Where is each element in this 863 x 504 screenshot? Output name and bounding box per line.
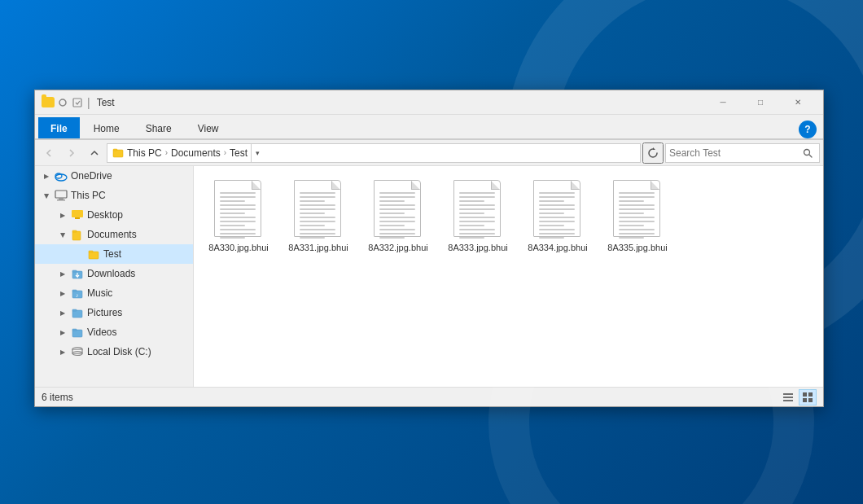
window-controls: ─ □ ✕: [704, 90, 817, 115]
svg-rect-33: [808, 392, 813, 397]
sidebar-label-documents: Documents: [87, 229, 137, 240]
svg-rect-15: [89, 252, 99, 259]
search-box[interactable]: [665, 143, 820, 163]
pin-icon: [56, 96, 69, 109]
file-item-2[interactable]: 8A332.jpg.bhui: [361, 174, 435, 259]
up-button[interactable]: [84, 142, 105, 164]
desktop-icon: [71, 208, 84, 221]
thispc-icon: [55, 189, 68, 202]
file-item-1[interactable]: 8A331.jpg.bhui: [282, 174, 355, 259]
file-item-3[interactable]: 8A333.jpg.bhui: [441, 174, 515, 259]
forward-button[interactable]: [61, 142, 82, 164]
back-button[interactable]: [38, 142, 59, 164]
sidebar-item-downloads[interactable]: Downloads: [35, 264, 193, 283]
svg-rect-20: [72, 290, 77, 291]
file-thumb-0: [214, 180, 263, 239]
svg-rect-35: [808, 398, 813, 402]
svg-rect-23: [72, 309, 77, 311]
sidebar-item-thispc[interactable]: This PC: [35, 186, 193, 205]
tab-view[interactable]: View: [186, 117, 231, 138]
sidebar-item-desktop[interactable]: Desktop: [35, 205, 193, 225]
svg-rect-16: [89, 251, 93, 252]
tab-home[interactable]: Home: [81, 117, 132, 138]
svg-rect-13: [72, 231, 81, 240]
svg-point-0: [59, 99, 66, 106]
sidebar-label-test: Test: [103, 248, 121, 260]
expand-localdisk[interactable]: [58, 347, 68, 357]
expand-videos[interactable]: [58, 327, 68, 337]
file-item-5[interactable]: 8A335.jpg.bhui: [601, 174, 674, 259]
sidebar-item-localdisk[interactable]: Local Disk (C:): [35, 342, 193, 362]
svg-rect-29: [783, 393, 793, 395]
search-input[interactable]: [669, 147, 799, 159]
svg-rect-18: [72, 270, 77, 272]
close-button[interactable]: ✕: [779, 90, 817, 115]
path-thispc[interactable]: This PC: [127, 147, 162, 159]
view-details-button[interactable]: [779, 389, 797, 405]
view-buttons: [779, 389, 817, 405]
videos-icon: [71, 326, 84, 339]
help-button[interactable]: ?: [799, 121, 817, 138]
file-label-3: 8A333.jpg.bhui: [448, 242, 507, 253]
music-icon: ♪: [71, 287, 84, 300]
statusbar: 6 items: [35, 387, 823, 406]
svg-rect-14: [72, 230, 77, 232]
file-item-4[interactable]: 8A334.jpg.bhui: [521, 174, 594, 259]
file-thumb-3: [453, 180, 502, 239]
sidebar-label-pictures: Pictures: [87, 307, 122, 318]
pictures-icon: [71, 306, 84, 319]
svg-rect-11: [72, 210, 83, 217]
status-item-count: 6 items: [42, 392, 779, 403]
expand-downloads[interactable]: [58, 269, 68, 278]
svg-rect-22: [72, 310, 82, 318]
path-test[interactable]: Test: [230, 147, 248, 159]
search-icon[interactable]: [799, 145, 816, 161]
file-label-0: 8A330.jpg.bhui: [208, 242, 268, 253]
refresh-button[interactable]: [642, 142, 664, 164]
tab-share[interactable]: Share: [134, 117, 184, 138]
expand-thispc[interactable]: [42, 191, 51, 200]
expand-desktop[interactable]: [58, 210, 68, 220]
svg-line-5: [809, 154, 813, 157]
svg-rect-8: [55, 191, 67, 198]
svg-rect-2: [113, 150, 123, 157]
maximize-button[interactable]: □: [742, 90, 779, 115]
onedrive-icon: [55, 169, 68, 182]
file-thumb-4: [533, 180, 582, 239]
sidebar-label-thispc: This PC: [71, 190, 106, 201]
file-item-0[interactable]: 8A330.jpg.bhui: [202, 174, 275, 259]
ribbon: File Home Share View ?: [35, 115, 823, 140]
title-separator: |: [87, 96, 90, 109]
address-path[interactable]: This PC › Documents › Test ▾: [107, 143, 641, 163]
svg-text:♪: ♪: [76, 292, 79, 298]
file-label-2: 8A332.jpg.bhui: [368, 242, 427, 253]
path-dropdown[interactable]: ▾: [251, 143, 264, 163]
titlebar-icons: |: [42, 96, 92, 109]
svg-rect-30: [783, 397, 793, 398]
view-icons-button[interactable]: [799, 389, 817, 405]
file-label-5: 8A335.jpg.bhui: [607, 242, 667, 253]
sidebar-label-videos: Videos: [87, 327, 116, 338]
path-sep-1: ›: [165, 148, 168, 157]
sidebar-item-test[interactable]: Test: [35, 244, 193, 264]
expand-pictures[interactable]: [58, 308, 68, 318]
file-thumb-5: [613, 180, 662, 239]
svg-rect-31: [783, 400, 793, 401]
expand-music[interactable]: [58, 288, 68, 298]
minimize-button[interactable]: ─: [704, 90, 742, 115]
path-documents[interactable]: Documents: [171, 147, 221, 159]
svg-rect-24: [72, 330, 82, 337]
addressbar: This PC › Documents › Test ▾: [35, 140, 823, 166]
sidebar-item-onedrive[interactable]: OneDrive: [35, 166, 193, 186]
expand-documents[interactable]: [58, 230, 68, 239]
sidebar-item-music[interactable]: ♪ Music: [35, 283, 193, 303]
downloads-icon: [71, 267, 84, 280]
sidebar: OneDrive This PC Desktop: [35, 166, 194, 387]
sidebar-item-videos[interactable]: Videos: [35, 322, 193, 342]
explorer-window: | Test ─ □ ✕ File Home Share View ?: [34, 90, 824, 407]
expand-onedrive[interactable]: [42, 171, 51, 181]
sidebar-item-documents[interactable]: Documents: [35, 225, 193, 244]
tab-file[interactable]: File: [38, 117, 80, 138]
sidebar-item-pictures[interactable]: Pictures: [35, 303, 193, 322]
file-content: 8A330.jpg.bhui: [194, 166, 823, 387]
